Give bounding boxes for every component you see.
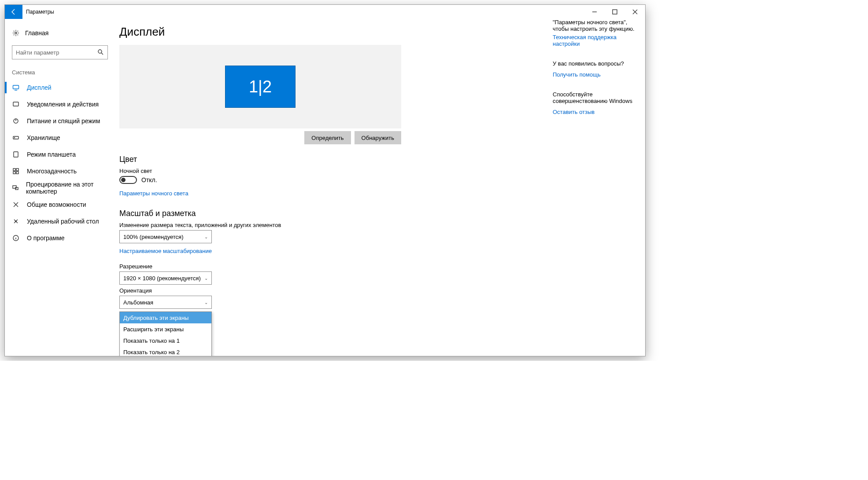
svg-rect-8 xyxy=(14,152,18,157)
sidebar-item-label: Дисплей xyxy=(27,84,52,91)
back-button[interactable] xyxy=(5,5,22,19)
get-help-link[interactable]: Получить помощь xyxy=(553,71,601,78)
svg-rect-3 xyxy=(13,85,19,89)
multitask-icon xyxy=(12,168,20,175)
scale-heading: Масштаб и разметка xyxy=(119,209,544,218)
detect-button[interactable]: Обнаружить xyxy=(355,131,401,144)
sidebar-home[interactable]: Главная xyxy=(5,24,115,42)
search-icon xyxy=(97,48,104,57)
maximize-button[interactable] xyxy=(605,5,625,19)
svg-rect-10 xyxy=(16,169,18,171)
sidebar-item-label: Общие возможности xyxy=(27,201,86,208)
orientation-dropdown[interactable]: Альбомная ⌄ xyxy=(119,296,212,309)
remote-icon xyxy=(12,218,20,225)
dropdown-option[interactable]: Показать только на 1 xyxy=(120,335,211,346)
svg-point-1 xyxy=(15,32,17,34)
tablet-icon xyxy=(12,151,20,158)
scale-value: 100% (рекомендуется) xyxy=(123,234,183,240)
svg-point-7 xyxy=(14,137,15,138)
multiple-displays-dropdown-list: Дублировать эти экраны Расширить эти экр… xyxy=(119,311,212,356)
dropdown-option[interactable]: Расширить эти экраны xyxy=(120,323,211,335)
search-input[interactable]: Найти параметр xyxy=(12,45,108,59)
night-light-toggle[interactable] xyxy=(119,176,137,184)
feedback-heading: Способствуйте совершенствованию Windows xyxy=(553,91,641,104)
sidebar-item-remote[interactable]: Удаленный рабочий стол xyxy=(5,213,115,230)
questions-heading: У вас появились вопросы? xyxy=(553,60,641,67)
project-icon xyxy=(12,184,19,191)
sidebar-item-label: Питание и спящий режим xyxy=(27,117,100,125)
monitor-label: 1|2 xyxy=(249,77,272,96)
chevron-down-icon: ⌄ xyxy=(204,276,208,281)
svg-rect-9 xyxy=(13,169,15,171)
night-light-state: Откл. xyxy=(141,176,157,183)
color-heading: Цвет xyxy=(119,155,544,164)
settings-window: Параметры Главная Найти параметр xyxy=(4,4,646,356)
sidebar-item-display[interactable]: Дисплей xyxy=(5,79,115,96)
sidebar-item-notifications[interactable]: Уведомления и действия xyxy=(5,96,115,113)
sidebar-item-tablet[interactable]: Режим планшета xyxy=(5,146,115,163)
titlebar: Параметры xyxy=(5,5,645,19)
window-title: Параметры xyxy=(22,9,54,15)
close-button[interactable] xyxy=(625,5,645,19)
support-link[interactable]: Техническая поддержка настройки xyxy=(553,34,641,47)
notifications-icon xyxy=(12,101,20,108)
storage-icon xyxy=(12,134,20,141)
shared-icon xyxy=(12,201,20,208)
resolution-value: 1920 × 1080 (рекомендуется) xyxy=(123,275,201,282)
sidebar-item-about[interactable]: О программе xyxy=(5,230,115,246)
info-icon xyxy=(12,235,20,242)
dropdown-option[interactable]: Дублировать эти экраны xyxy=(120,312,211,323)
scale-label: Изменение размера текста, приложений и д… xyxy=(119,222,544,228)
feedback-link[interactable]: Оставить отзыв xyxy=(553,109,595,115)
chevron-down-icon: ⌄ xyxy=(204,300,208,305)
svg-rect-12 xyxy=(16,172,18,174)
sidebar-item-shared[interactable]: Общие возможности xyxy=(5,196,115,213)
svg-point-2 xyxy=(98,50,102,53)
sidebar-item-multitask[interactable]: Многозадачность xyxy=(5,163,115,180)
monitors-buttons: Определить Обнаружить xyxy=(119,131,401,144)
window-controls xyxy=(584,5,645,19)
night-light-settings-link[interactable]: Параметры ночного света xyxy=(119,190,188,197)
sidebar-item-label: Удаленный рабочий стол xyxy=(27,218,99,225)
svg-rect-13 xyxy=(13,186,16,188)
help-pane: "Параметры ночного света", чтобы настрои… xyxy=(553,19,645,356)
main-content: Дисплей 1|2 Определить Обнаружить Цвет Н… xyxy=(115,19,553,356)
scale-dropdown[interactable]: 100% (рекомендуется) ⌄ xyxy=(119,230,212,243)
sidebar: Главная Найти параметр Система Дисплей У… xyxy=(5,19,115,356)
sidebar-item-label: Режим планшета xyxy=(27,151,76,158)
sidebar-item-label: Хранилище xyxy=(27,134,60,141)
gear-icon xyxy=(12,29,20,37)
svg-rect-4 xyxy=(13,102,18,106)
tip-text: "Параметры ночного света", чтобы настрои… xyxy=(553,19,641,32)
svg-rect-11 xyxy=(13,172,15,174)
minimize-button[interactable] xyxy=(584,5,605,19)
chevron-down-icon: ⌄ xyxy=(204,235,208,239)
page-title: Дисплей xyxy=(119,25,544,39)
identify-button[interactable]: Определить xyxy=(304,131,351,144)
sidebar-item-power[interactable]: Питание и спящий режим xyxy=(5,113,115,129)
orientation-value: Альбомная xyxy=(123,299,153,306)
sidebar-section-title: Система xyxy=(5,67,115,79)
sidebar-item-label: Проецирование на этот компьютер xyxy=(26,181,115,195)
monitors-preview[interactable]: 1|2 xyxy=(119,45,401,128)
resolution-dropdown[interactable]: 1920 × 1080 (рекомендуется) ⌄ xyxy=(119,271,212,285)
orientation-label: Ориентация xyxy=(119,287,544,294)
night-light-label: Ночной свет xyxy=(119,168,544,174)
monitor-tile[interactable]: 1|2 xyxy=(225,66,295,108)
resolution-label: Разрешение xyxy=(119,263,544,270)
search-placeholder: Найти параметр xyxy=(16,49,97,56)
display-icon xyxy=(12,84,20,91)
sidebar-item-label: Многозадачность xyxy=(27,168,77,175)
dropdown-option[interactable]: Показать только на 2 xyxy=(120,346,211,356)
sidebar-item-label: Уведомления и действия xyxy=(27,101,99,108)
custom-scaling-link[interactable]: Настраиваемое масштабирование xyxy=(119,248,212,254)
sidebar-home-label: Главная xyxy=(25,29,48,37)
sidebar-item-label: О программе xyxy=(27,235,65,242)
sidebar-item-projecting[interactable]: Проецирование на этот компьютер xyxy=(5,180,115,196)
svg-point-15 xyxy=(15,221,16,222)
sidebar-item-storage[interactable]: Хранилище xyxy=(5,129,115,146)
svg-rect-0 xyxy=(613,10,617,14)
power-icon xyxy=(12,117,20,125)
